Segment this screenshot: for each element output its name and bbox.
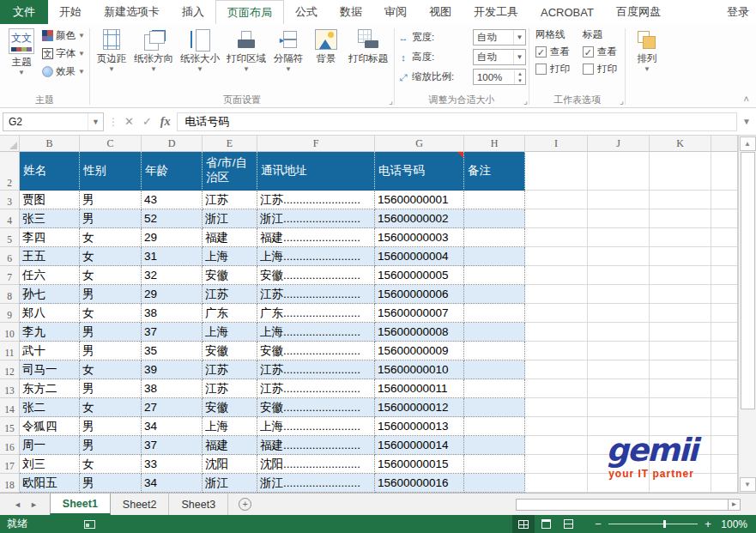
cell-E7[interactable]: 安徽 <box>203 266 257 285</box>
cell-E15[interactable]: 上海 <box>203 417 257 436</box>
vertical-scrollbar[interactable]: ▲ ▼ <box>738 136 756 493</box>
expand-formula-bar-icon[interactable]: ▼ <box>737 117 756 126</box>
checkbox-row[interactable]: ✓查看 <box>535 45 570 58</box>
collapse-ribbon-icon[interactable]: ˄ <box>744 94 749 104</box>
cell-empty[interactable] <box>525 455 588 474</box>
cell-C2[interactable]: 性别 <box>80 152 142 191</box>
row-header-6[interactable]: 6 <box>0 247 20 266</box>
cell-empty[interactable] <box>588 247 650 266</box>
cancel-icon[interactable]: ✕ <box>124 115 134 128</box>
cell-empty[interactable] <box>525 152 588 191</box>
row-header-4[interactable]: 4 <box>0 209 20 228</box>
row-header-9[interactable]: 9 <box>0 304 20 323</box>
cell-F18[interactable]: 浙江........................ <box>257 474 375 493</box>
cell-empty[interactable] <box>588 417 650 436</box>
cell-B8[interactable]: 孙七 <box>20 285 80 304</box>
cell-empty[interactable] <box>588 436 650 455</box>
cell-empty[interactable] <box>711 152 738 191</box>
cell-H10[interactable] <box>464 323 525 342</box>
cell-D18[interactable]: 34 <box>142 474 203 493</box>
cell-empty[interactable] <box>711 285 738 304</box>
cell-E12[interactable]: 江苏 <box>203 360 257 379</box>
cell-G2[interactable]: 电话号码 <box>375 152 464 191</box>
cell-H11[interactable] <box>464 342 525 360</box>
cell-B11[interactable]: 武十 <box>20 342 80 360</box>
cell-C16[interactable]: 男 <box>80 436 142 455</box>
insert-function-icon[interactable]: fx <box>160 115 171 129</box>
cell-empty[interactable] <box>588 323 650 342</box>
horizontal-scroll-thumb[interactable] <box>516 499 729 511</box>
column-header-C[interactable]: C <box>80 136 142 152</box>
cell-D14[interactable]: 27 <box>142 398 203 417</box>
scroll-right-icon[interactable]: ► <box>729 499 741 511</box>
cell-G11[interactable]: 15600000009 <box>375 342 464 360</box>
name-box[interactable]: G2 ▼ <box>3 112 104 131</box>
cell-empty[interactable] <box>650 398 711 417</box>
cell-empty[interactable] <box>588 342 650 360</box>
cell-H8[interactable] <box>464 285 525 304</box>
cell-E8[interactable]: 江苏 <box>203 285 257 304</box>
cell-E11[interactable]: 安徽 <box>203 342 257 360</box>
cell-empty[interactable] <box>650 209 711 228</box>
cell-H17[interactable] <box>464 455 525 474</box>
cell-C7[interactable]: 女 <box>80 266 142 285</box>
row-header-5[interactable]: 5 <box>0 228 20 247</box>
cell-F16[interactable]: 福建........................ <box>257 436 375 455</box>
cell-D11[interactable]: 35 <box>142 342 203 360</box>
zoom-out-button[interactable]: − <box>591 518 605 530</box>
cell-E3[interactable]: 江苏 <box>203 191 257 209</box>
cell-empty[interactable] <box>650 436 711 455</box>
cell-C9[interactable]: 女 <box>80 304 142 323</box>
enter-icon[interactable]: ✓ <box>142 115 152 128</box>
row-header-15[interactable]: 15 <box>0 417 20 436</box>
cell-empty[interactable] <box>525 247 588 266</box>
cell-empty[interactable] <box>588 455 650 474</box>
tab-百度网盘[interactable]: 百度网盘 <box>605 0 672 24</box>
cell-empty[interactable] <box>588 398 650 417</box>
cell-H4[interactable] <box>464 209 525 228</box>
cell-C17[interactable]: 女 <box>80 455 142 474</box>
spin-down-icon[interactable]: ▼ <box>515 77 525 84</box>
cell-empty[interactable] <box>525 304 588 323</box>
cell-F10[interactable]: 上海........................ <box>257 323 375 342</box>
column-header-H[interactable]: H <box>464 136 525 152</box>
cell-B2[interactable]: 姓名 <box>20 152 80 191</box>
cell-B15[interactable]: 令狐四 <box>20 417 80 436</box>
cell-B17[interactable]: 刘三 <box>20 455 80 474</box>
cell-G3[interactable]: 15600000001 <box>375 191 464 209</box>
cell-F8[interactable]: 江苏........................ <box>257 285 375 304</box>
cell-C14[interactable]: 女 <box>80 398 142 417</box>
cell-empty[interactable] <box>525 228 588 247</box>
tab-ACROBAT[interactable]: ACROBAT <box>529 0 605 24</box>
cell-empty[interactable] <box>525 379 588 398</box>
tab-开发工具[interactable]: 开发工具 <box>463 0 529 24</box>
分隔符-button[interactable]: ►分隔符▼ <box>269 27 307 73</box>
dialog-launcher-icon[interactable]: ⌟ <box>620 97 624 106</box>
sheet-tab-Sheet3[interactable]: Sheet3 <box>169 494 228 515</box>
cell-C10[interactable]: 男 <box>80 323 142 342</box>
页边距-button[interactable]: 页边距▼ <box>93 27 130 73</box>
打印区域-button[interactable]: 打印区域▼ <box>223 27 269 73</box>
checkbox-unchecked-icon[interactable] <box>535 64 547 75</box>
cell-B9[interactable]: 郑八 <box>20 304 80 323</box>
normal-view-button[interactable] <box>512 515 535 533</box>
cell-empty[interactable] <box>588 285 650 304</box>
cell-empty[interactable] <box>650 474 711 493</box>
page-break-view-button[interactable] <box>557 515 579 533</box>
cell-empty[interactable] <box>525 266 588 285</box>
cell-empty[interactable] <box>588 360 650 379</box>
cell-G15[interactable]: 15600000013 <box>375 417 464 436</box>
cell-E5[interactable]: 福建 <box>203 228 257 247</box>
scroll-up-icon[interactable]: ▲ <box>740 136 756 151</box>
spin-up-icon[interactable]: ▲ <box>515 70 525 77</box>
纸张方向-button[interactable]: 纸张方向▼ <box>130 27 177 73</box>
cell-D6[interactable]: 31 <box>142 247 203 266</box>
cell-empty[interactable] <box>711 247 738 266</box>
width-input[interactable]: 自动▼ <box>473 29 526 45</box>
打印标题-button[interactable]: 打印标题 <box>345 27 391 65</box>
cell-empty[interactable] <box>525 417 588 436</box>
cell-B16[interactable]: 周一 <box>20 436 80 455</box>
cell-D2[interactable]: 年龄 <box>142 152 203 191</box>
cell-B7[interactable]: 任六 <box>20 266 80 285</box>
cell-B13[interactable]: 东方二 <box>20 379 80 398</box>
